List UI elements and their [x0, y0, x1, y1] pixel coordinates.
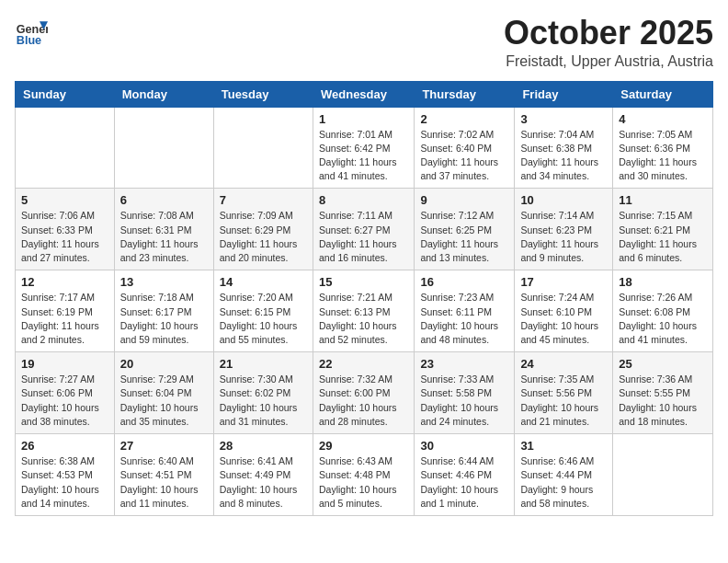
day-number: 22 [319, 357, 408, 371]
day-info: Sunrise: 7:27 AMSunset: 6:06 PMDaylight:… [21, 373, 108, 429]
day-number: 25 [619, 357, 707, 371]
weekday-header-sunday: Sunday [16, 81, 115, 107]
day-number: 2 [420, 112, 508, 126]
day-info: Sunrise: 7:26 AMSunset: 6:08 PMDaylight:… [619, 291, 707, 347]
day-number: 31 [520, 439, 607, 453]
title-block: October 2025 Freistadt, Upper Austria, A… [504, 15, 713, 70]
calendar-day-cell: 13Sunrise: 7:18 AMSunset: 6:17 PMDayligh… [114, 270, 213, 352]
calendar-day-cell: 6Sunrise: 7:08 AMSunset: 6:31 PMDaylight… [114, 189, 213, 270]
calendar-table: SundayMondayTuesdayWednesdayThursdayFrid… [15, 81, 713, 516]
page-header: General Blue October 2025 Freistadt, Upp… [15, 15, 713, 70]
calendar-day-cell: 19Sunrise: 7:27 AMSunset: 6:06 PMDayligh… [16, 352, 115, 434]
calendar-day-cell: 16Sunrise: 7:23 AMSunset: 6:11 PMDayligh… [415, 270, 515, 352]
calendar-day-cell: 5Sunrise: 7:06 AMSunset: 6:33 PMDaylight… [16, 189, 115, 270]
day-info: Sunrise: 7:02 AMSunset: 6:40 PMDaylight:… [420, 128, 508, 184]
logo-icon: General Blue [15, 15, 48, 48]
day-number: 13 [120, 275, 208, 289]
weekday-header-tuesday: Tuesday [213, 81, 313, 107]
day-info: Sunrise: 7:20 AMSunset: 6:15 PMDaylight:… [220, 291, 307, 347]
calendar-day-cell: 30Sunrise: 6:44 AMSunset: 4:46 PMDayligh… [415, 434, 515, 516]
day-number: 5 [21, 193, 108, 207]
weekday-header-thursday: Thursday [415, 81, 515, 107]
calendar-day-cell: 3Sunrise: 7:04 AMSunset: 6:38 PMDaylight… [515, 107, 613, 189]
calendar-day-cell: 21Sunrise: 7:30 AMSunset: 6:02 PMDayligh… [213, 352, 313, 434]
svg-text:Blue: Blue [17, 34, 41, 47]
day-info: Sunrise: 7:08 AMSunset: 6:31 PMDaylight:… [120, 209, 208, 265]
day-info: Sunrise: 7:11 AMSunset: 6:27 PMDaylight:… [319, 209, 408, 265]
weekday-header-saturday: Saturday [613, 81, 713, 107]
calendar-day-cell: 28Sunrise: 6:41 AMSunset: 4:49 PMDayligh… [213, 434, 313, 516]
weekday-header-monday: Monday [114, 81, 213, 107]
day-number: 23 [420, 357, 508, 371]
weekday-header-row: SundayMondayTuesdayWednesdayThursdayFrid… [16, 81, 713, 107]
day-info: Sunrise: 7:04 AMSunset: 6:38 PMDaylight:… [520, 128, 607, 184]
day-info: Sunrise: 7:29 AMSunset: 6:04 PMDaylight:… [120, 373, 208, 429]
empty-day-cell [16, 107, 115, 189]
day-number: 29 [319, 439, 408, 453]
location: Freistadt, Upper Austria, Austria [504, 53, 713, 70]
day-info: Sunrise: 7:30 AMSunset: 6:02 PMDaylight:… [220, 373, 307, 429]
calendar-day-cell: 17Sunrise: 7:24 AMSunset: 6:10 PMDayligh… [515, 270, 613, 352]
day-info: Sunrise: 7:12 AMSunset: 6:25 PMDaylight:… [420, 209, 508, 265]
calendar-day-cell: 2Sunrise: 7:02 AMSunset: 6:40 PMDaylight… [415, 107, 515, 189]
calendar-week-row: 5Sunrise: 7:06 AMSunset: 6:33 PMDaylight… [16, 189, 713, 270]
day-number: 15 [319, 275, 408, 289]
day-number: 21 [220, 357, 307, 371]
empty-day-cell [613, 434, 713, 516]
calendar-day-cell: 27Sunrise: 6:40 AMSunset: 4:51 PMDayligh… [114, 434, 213, 516]
day-number: 9 [420, 193, 508, 207]
day-number: 4 [619, 112, 707, 126]
day-number: 30 [420, 439, 508, 453]
day-number: 18 [619, 275, 707, 289]
calendar-day-cell: 25Sunrise: 7:36 AMSunset: 5:55 PMDayligh… [613, 352, 713, 434]
day-number: 11 [619, 193, 707, 207]
calendar-day-cell: 26Sunrise: 6:38 AMSunset: 4:53 PMDayligh… [16, 434, 115, 516]
calendar-week-row: 19Sunrise: 7:27 AMSunset: 6:06 PMDayligh… [16, 352, 713, 434]
calendar-day-cell: 24Sunrise: 7:35 AMSunset: 5:56 PMDayligh… [515, 352, 613, 434]
day-number: 28 [220, 439, 307, 453]
day-number: 8 [319, 193, 408, 207]
empty-day-cell [114, 107, 213, 189]
day-info: Sunrise: 7:01 AMSunset: 6:42 PMDaylight:… [319, 128, 408, 184]
day-info: Sunrise: 7:35 AMSunset: 5:56 PMDaylight:… [520, 373, 607, 429]
day-info: Sunrise: 7:05 AMSunset: 6:36 PMDaylight:… [619, 128, 707, 184]
calendar-week-row: 26Sunrise: 6:38 AMSunset: 4:53 PMDayligh… [16, 434, 713, 516]
day-info: Sunrise: 7:32 AMSunset: 6:00 PMDaylight:… [319, 373, 408, 429]
calendar-day-cell: 22Sunrise: 7:32 AMSunset: 6:00 PMDayligh… [313, 352, 414, 434]
day-number: 1 [319, 112, 408, 126]
calendar-day-cell: 9Sunrise: 7:12 AMSunset: 6:25 PMDaylight… [415, 189, 515, 270]
calendar-day-cell: 4Sunrise: 7:05 AMSunset: 6:36 PMDaylight… [613, 107, 713, 189]
logo: General Blue [15, 15, 51, 48]
day-info: Sunrise: 7:21 AMSunset: 6:13 PMDaylight:… [319, 291, 408, 347]
calendar-day-cell: 8Sunrise: 7:11 AMSunset: 6:27 PMDaylight… [313, 189, 414, 270]
day-info: Sunrise: 7:17 AMSunset: 6:19 PMDaylight:… [21, 291, 108, 347]
day-info: Sunrise: 6:38 AMSunset: 4:53 PMDaylight:… [21, 454, 108, 511]
month-title: October 2025 [504, 15, 713, 52]
day-number: 19 [21, 357, 108, 371]
calendar-day-cell: 1Sunrise: 7:01 AMSunset: 6:42 PMDaylight… [313, 107, 414, 189]
day-info: Sunrise: 6:46 AMSunset: 4:44 PMDaylight:… [520, 454, 607, 511]
day-info: Sunrise: 7:15 AMSunset: 6:21 PMDaylight:… [619, 209, 707, 265]
calendar-day-cell: 11Sunrise: 7:15 AMSunset: 6:21 PMDayligh… [613, 189, 713, 270]
calendar-week-row: 1Sunrise: 7:01 AMSunset: 6:42 PMDaylight… [16, 107, 713, 189]
calendar-day-cell: 7Sunrise: 7:09 AMSunset: 6:29 PMDaylight… [213, 189, 313, 270]
empty-day-cell [213, 107, 313, 189]
calendar-day-cell: 12Sunrise: 7:17 AMSunset: 6:19 PMDayligh… [16, 270, 115, 352]
calendar-day-cell: 23Sunrise: 7:33 AMSunset: 5:58 PMDayligh… [415, 352, 515, 434]
weekday-header-wednesday: Wednesday [313, 81, 414, 107]
day-number: 26 [21, 439, 108, 453]
day-number: 20 [120, 357, 208, 371]
calendar-day-cell: 31Sunrise: 6:46 AMSunset: 4:44 PMDayligh… [515, 434, 613, 516]
day-number: 14 [220, 275, 307, 289]
calendar-day-cell: 18Sunrise: 7:26 AMSunset: 6:08 PMDayligh… [613, 270, 713, 352]
calendar-day-cell: 14Sunrise: 7:20 AMSunset: 6:15 PMDayligh… [213, 270, 313, 352]
day-info: Sunrise: 7:33 AMSunset: 5:58 PMDaylight:… [420, 373, 508, 429]
day-info: Sunrise: 7:24 AMSunset: 6:10 PMDaylight:… [520, 291, 607, 347]
calendar-day-cell: 15Sunrise: 7:21 AMSunset: 6:13 PMDayligh… [313, 270, 414, 352]
calendar-day-cell: 20Sunrise: 7:29 AMSunset: 6:04 PMDayligh… [114, 352, 213, 434]
day-number: 7 [220, 193, 307, 207]
day-number: 6 [120, 193, 208, 207]
day-number: 16 [420, 275, 508, 289]
day-info: Sunrise: 7:06 AMSunset: 6:33 PMDaylight:… [21, 209, 108, 265]
day-number: 3 [520, 112, 607, 126]
